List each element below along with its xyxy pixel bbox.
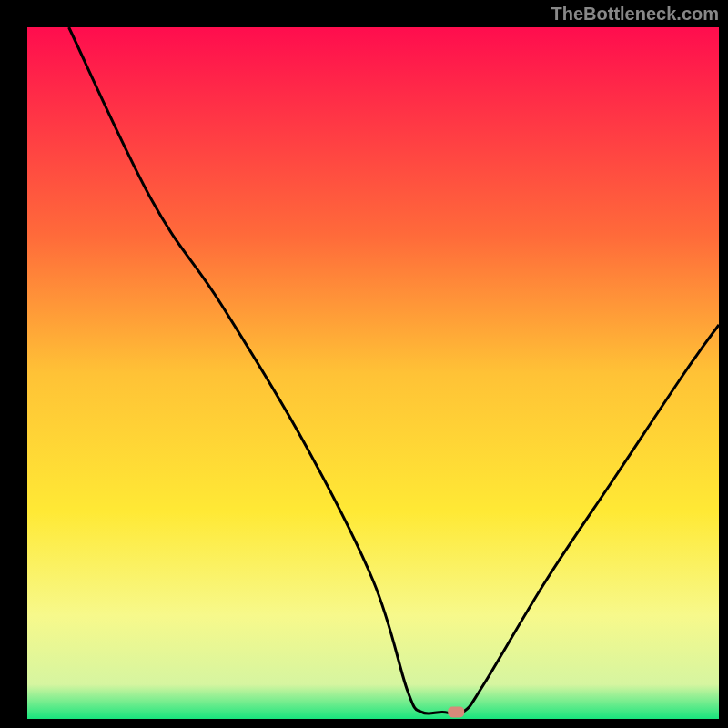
optimal-marker [448, 706, 464, 717]
chart-container: TheBottleneck.com [0, 0, 728, 728]
watermark-text: TheBottleneck.com [551, 4, 719, 25]
plot-background [27, 27, 719, 719]
chart-svg [0, 0, 728, 728]
